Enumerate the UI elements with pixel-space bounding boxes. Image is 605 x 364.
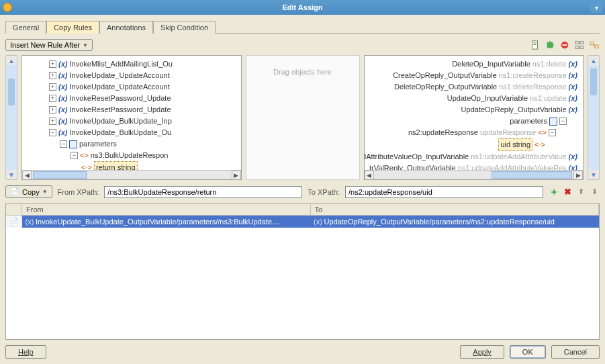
tree-item[interactable]: xns1:updateUpdateOp_InputVariable — [367, 93, 578, 104]
remove-rule-icon[interactable]: ✖ — [562, 187, 573, 197]
tree-item[interactable]: xns1:deleteDeleteOp_InputVariable — [367, 58, 578, 70]
part-icon — [549, 118, 557, 126]
tree-item-params[interactable]: −parameters — [60, 138, 238, 150]
tree-item[interactable]: xUpdateOpReply_OutputVariable — [367, 104, 578, 116]
move-up-icon[interactable]: ⬆ — [575, 187, 586, 197]
arrow-down-icon[interactable]: ▼ — [588, 170, 599, 179]
tree-item[interactable]: +xInvokeUpdate_BulkUpdate_Inp — [49, 116, 238, 127]
expander-icon[interactable]: − — [60, 140, 67, 148]
tree-item[interactable]: xns1:createResponseCreateOpReply_OutputV… — [367, 70, 578, 81]
variable-icon: x — [569, 151, 577, 163]
expand-icon[interactable] — [574, 40, 585, 50]
tab-bar: General Copy Rules Annotations Skip Cond… — [5, 20, 600, 34]
insert-rule-combo[interactable]: Insert New Rule After ▼ — [5, 39, 93, 51]
window-menu-button[interactable]: ▾ — [590, 2, 602, 13]
copy-combo[interactable]: 📄 Copy ▼ — [5, 185, 52, 198]
slider-thumb[interactable] — [8, 79, 15, 105]
variable-icon: x — [58, 70, 67, 81]
scroll-left-icon[interactable]: ◀ — [22, 171, 32, 180]
expander-icon[interactable]: + — [49, 60, 56, 68]
delete-icon[interactable] — [559, 40, 570, 50]
gutter-header — [6, 204, 22, 215]
arrow-up-icon[interactable]: ▲ — [588, 56, 599, 65]
tree-item-params[interactable]: −parameters — [367, 116, 567, 127]
apply-button[interactable]: Apply — [460, 345, 504, 359]
from-xpath-input[interactable] — [104, 186, 302, 198]
copy-label: Copy — [22, 188, 40, 196]
ok-button[interactable]: OK — [510, 345, 546, 359]
scroll-right-icon[interactable]: ▶ — [573, 171, 583, 180]
source-tree[interactable]: +xInvokeMlist_AddMailingList_Ou +xInvoke… — [21, 55, 242, 180]
from-header[interactable]: From — [22, 204, 311, 215]
variable-icon: x — [58, 104, 67, 116]
svg-rect-8 — [580, 46, 584, 49]
tree-item[interactable]: +xInvokeResetPassword_Update — [49, 104, 238, 116]
expander-icon[interactable]: + — [49, 106, 56, 113]
puzzle-icon[interactable] — [545, 40, 555, 50]
expander-icon[interactable]: − — [71, 152, 78, 159]
rule-row[interactable]: 📄 (x)InvokeUpdate_BulkUpdate_OutputVaria… — [6, 216, 599, 228]
scroll-thumb[interactable] — [33, 171, 87, 179]
variable-icon: x — [569, 58, 577, 70]
variable-icon: x — [569, 104, 577, 116]
rule-to-cell: (x)UpdateOpReply_OutputVariable/paramete… — [311, 216, 600, 228]
tree-item[interactable]: xns1:deleteResponseDeleteOpReply_OutputV… — [367, 81, 578, 93]
tree-item[interactable]: xns1:udpateAddAttributeValueeAddAttribut… — [367, 151, 578, 163]
expander-icon[interactable]: + — [49, 72, 56, 79]
to-xpath-input[interactable] — [345, 186, 543, 198]
rules-list: From To 📄 (x)InvokeUpdate_BulkUpdate_Out… — [5, 203, 600, 340]
element-icon: <> — [80, 150, 89, 161]
insert-rule-label: Insert New Rule After — [10, 41, 80, 49]
svg-rect-7 — [575, 46, 579, 49]
expander-icon[interactable]: − — [559, 118, 567, 125]
horizontal-scrollbar[interactable]: ◀ ▶ — [22, 170, 241, 179]
scroll-left-icon[interactable]: ◀ — [365, 171, 374, 180]
drop-zone[interactable]: Drag objects here — [246, 55, 360, 180]
cancel-button[interactable]: Cancel — [551, 345, 600, 359]
tree-item[interactable]: +xInvokeMlist_AddMailingList_Ou — [49, 58, 238, 70]
tree-item-expanded[interactable]: −xInvokeUpdate_BulkUpdate_Ou — [49, 127, 238, 138]
title-bar: Edit Assign ▾ — [0, 0, 605, 15]
rule-from-cell: (x)InvokeUpdate_BulkUpdate_OutputVariabl… — [22, 216, 311, 228]
add-rule-icon[interactable]: ＋ — [549, 187, 559, 197]
horizontal-scrollbar[interactable]: ◀ ▶ — [365, 170, 584, 179]
scroll-right-icon[interactable]: ▶ — [232, 171, 241, 180]
tab-skip-condition[interactable]: Skip Condition — [153, 21, 216, 34]
target-tree[interactable]: xns1:deleteDeleteOp_InputVariable xns1:c… — [364, 55, 584, 180]
chevron-down-icon: ▼ — [83, 42, 88, 48]
svg-rect-9 — [590, 42, 594, 45]
svg-rect-5 — [575, 42, 579, 44]
tree-item[interactable]: +xInvokeUpdate_UpdateAccount — [49, 70, 238, 81]
expander-icon[interactable]: + — [49, 118, 56, 125]
tab-annotations[interactable]: Annotations — [99, 21, 153, 34]
right-vertical-slider[interactable]: ▲ ▼ — [588, 55, 600, 180]
to-header[interactable]: To — [311, 204, 600, 215]
move-down-icon[interactable]: ⬇ — [589, 187, 600, 197]
variable-icon: x — [58, 81, 67, 93]
tree-leaf-uid[interactable]: <·>uid string — [367, 138, 546, 151]
to-xpath-label: To XPath: — [308, 188, 340, 196]
element-icon: <> — [538, 127, 547, 138]
tree-item[interactable]: +xInvokeUpdate_UpdateAccount — [49, 81, 238, 93]
tab-general[interactable]: General — [5, 21, 46, 34]
expander-icon[interactable]: + — [49, 95, 56, 102]
leaf-icon: <·> — [534, 139, 545, 150]
tree-item-resp[interactable]: −<>ns3:BulkUpdateRespon — [71, 150, 238, 161]
tree-item-resp[interactable]: −<>updateResponsens2:updateResponse — [367, 127, 557, 138]
document-icon[interactable] — [530, 40, 541, 50]
help-button[interactable]: Help — [5, 345, 46, 359]
scroll-thumb[interactable] — [492, 171, 572, 179]
drop-label: Drag objects here — [273, 68, 332, 76]
variable-icon: x — [569, 93, 577, 104]
expander-icon[interactable]: − — [49, 129, 56, 136]
arrow-up-icon[interactable]: ▲ — [6, 56, 17, 65]
tree-item[interactable]: +xInvokeResetPassword_Update — [49, 93, 238, 104]
expander-icon[interactable]: + — [49, 83, 56, 91]
arrow-down-icon[interactable]: ▼ — [6, 170, 17, 179]
chevron-down-icon: ▼ — [42, 189, 48, 195]
slider-thumb[interactable] — [590, 69, 597, 95]
link-icon[interactable] — [589, 40, 600, 50]
expander-icon[interactable]: − — [549, 129, 556, 136]
tab-copy-rules[interactable]: Copy Rules — [46, 21, 99, 34]
left-vertical-slider[interactable]: ▲ ▼ — [5, 55, 17, 180]
